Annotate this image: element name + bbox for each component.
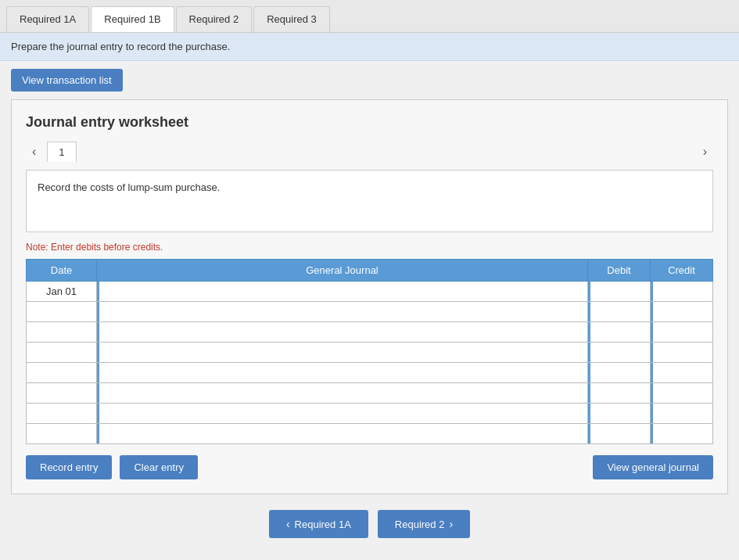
next-page-arrow[interactable]: › xyxy=(697,142,713,162)
debit-cell[interactable] xyxy=(588,383,651,404)
journal-cell[interactable] xyxy=(97,322,588,343)
date-cell xyxy=(27,302,97,322)
table-row: Jan 01 xyxy=(27,282,713,302)
journal-input[interactable] xyxy=(97,322,587,342)
credit-input[interactable] xyxy=(651,404,712,423)
debit-cell[interactable] xyxy=(588,424,651,444)
debit-cell[interactable] xyxy=(588,404,651,424)
page-tab[interactable]: 1 xyxy=(47,142,76,162)
journal-cell[interactable] xyxy=(97,404,588,424)
table-row xyxy=(27,383,713,404)
credit-input[interactable] xyxy=(651,343,712,362)
table-row xyxy=(27,322,713,343)
journal-table: Date General Journal Debit Credit Jan 01 xyxy=(26,259,713,444)
credit-input[interactable] xyxy=(651,282,712,301)
info-bar: Prepare the journal entry to record the … xyxy=(0,33,739,61)
tab-req3[interactable]: Required 3 xyxy=(253,6,330,32)
view-general-journal-button[interactable]: View general journal xyxy=(593,455,713,479)
debit-input[interactable] xyxy=(588,302,650,321)
prev-nav-label: Required 1A xyxy=(295,519,351,530)
credit-cell[interactable] xyxy=(651,424,713,444)
journal-cell[interactable] xyxy=(97,302,588,322)
debit-input[interactable] xyxy=(588,322,650,342)
date-cell xyxy=(27,363,97,383)
credit-input[interactable] xyxy=(651,363,712,382)
tabs-bar: Required 1A Required 1B Required 2 Requi… xyxy=(0,0,739,33)
journal-cell[interactable] xyxy=(97,343,588,363)
record-entry-button[interactable]: Record entry xyxy=(26,455,112,479)
tab-req2[interactable]: Required 2 xyxy=(176,6,253,32)
debit-input[interactable] xyxy=(588,343,650,362)
next-nav-label: Required 2 xyxy=(395,519,445,530)
view-transaction-button[interactable]: View transaction list xyxy=(11,69,123,92)
col-header-debit: Debit xyxy=(588,260,651,282)
credit-input[interactable] xyxy=(651,322,712,342)
note-text: Note: Enter debits before credits. xyxy=(26,242,713,253)
next-nav-arrow-icon: › xyxy=(449,518,453,530)
journal-input[interactable] xyxy=(97,383,587,403)
date-cell: Jan 01 xyxy=(27,282,97,302)
clear-entry-button[interactable]: Clear entry xyxy=(120,455,198,479)
credit-cell[interactable] xyxy=(651,383,713,404)
table-row xyxy=(27,363,713,383)
page-nav: ‹ 1 › xyxy=(26,142,713,162)
credit-cell[interactable] xyxy=(651,322,713,343)
date-cell xyxy=(27,383,97,404)
journal-input[interactable] xyxy=(97,282,587,301)
debit-cell[interactable] xyxy=(588,282,651,302)
next-nav-button[interactable]: Required 2 › xyxy=(378,510,470,538)
bottom-nav: ‹ Required 1A Required 2 › xyxy=(0,510,739,538)
action-buttons: Record entry Clear entry View general jo… xyxy=(26,455,713,479)
credit-cell[interactable] xyxy=(651,302,713,322)
prev-page-arrow[interactable]: ‹ xyxy=(26,142,42,162)
worksheet-container: Journal entry worksheet ‹ 1 › Record the… xyxy=(11,99,728,494)
credit-cell[interactable] xyxy=(651,404,713,424)
journal-cell[interactable] xyxy=(97,424,588,444)
date-cell xyxy=(27,404,97,424)
worksheet-title: Journal entry worksheet xyxy=(26,114,713,131)
table-row xyxy=(27,424,713,444)
table-row xyxy=(27,404,713,424)
credit-input[interactable] xyxy=(651,302,712,321)
journal-cell[interactable] xyxy=(97,282,588,302)
col-header-credit: Credit xyxy=(651,260,713,282)
debit-input[interactable] xyxy=(588,404,650,423)
debit-cell[interactable] xyxy=(588,363,651,383)
debit-input[interactable] xyxy=(588,363,650,382)
credit-cell[interactable] xyxy=(651,343,713,363)
table-row xyxy=(27,343,713,363)
journal-input[interactable] xyxy=(97,404,587,423)
credit-input[interactable] xyxy=(651,424,712,443)
journal-input[interactable] xyxy=(97,424,587,443)
debit-cell[interactable] xyxy=(588,322,651,343)
tab-req1a[interactable]: Required 1A xyxy=(6,6,89,32)
debit-input[interactable] xyxy=(588,424,650,443)
debit-input[interactable] xyxy=(588,383,650,403)
table-row xyxy=(27,302,713,322)
credit-input[interactable] xyxy=(651,383,712,403)
journal-input[interactable] xyxy=(97,363,587,382)
journal-input[interactable] xyxy=(97,302,587,321)
debit-cell[interactable] xyxy=(588,302,651,322)
prev-nav-button[interactable]: ‹ Required 1A xyxy=(269,510,368,538)
date-cell xyxy=(27,343,97,363)
prev-nav-arrow-icon: ‹ xyxy=(286,518,290,530)
info-bar-text: Prepare the journal entry to record the … xyxy=(11,41,230,52)
journal-cell[interactable] xyxy=(97,363,588,383)
date-cell xyxy=(27,322,97,343)
record-description-text: Record the costs of lump-sum purchase. xyxy=(38,181,220,193)
debit-input[interactable] xyxy=(588,282,650,301)
tab-req1b[interactable]: Required 1B xyxy=(91,6,174,32)
record-description-box: Record the costs of lump-sum purchase. xyxy=(26,170,713,232)
journal-input[interactable] xyxy=(97,343,587,362)
date-cell xyxy=(27,424,97,444)
journal-cell[interactable] xyxy=(97,383,588,404)
credit-cell[interactable] xyxy=(651,363,713,383)
col-header-journal: General Journal xyxy=(97,260,588,282)
col-header-date: Date xyxy=(27,260,97,282)
credit-cell[interactable] xyxy=(651,282,713,302)
debit-cell[interactable] xyxy=(588,343,651,363)
